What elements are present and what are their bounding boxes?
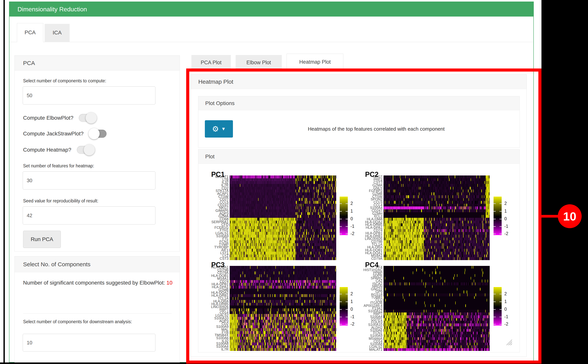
window-frame-line <box>3 0 5 364</box>
tab-heatmap-plot[interactable]: Heatmap Plot <box>287 54 343 70</box>
tab-pca-plot[interactable]: PCA Plot <box>191 55 231 70</box>
tab-pca[interactable]: PCA <box>17 23 43 42</box>
features-count-label: Set number of features for heatmap: <box>23 163 94 169</box>
seed-input[interactable] <box>23 206 155 225</box>
pca-box-title: PCA <box>15 56 180 71</box>
components-count-input[interactable] <box>23 86 155 104</box>
suggested-components-value: 10 <box>167 280 173 286</box>
select-components-title: Select No. of Components <box>15 256 180 272</box>
pca-box-header: PCA <box>15 56 180 71</box>
jackstrawplot-toggle-label: Compute JackStrawPlot? <box>23 131 84 137</box>
downstream-components-input[interactable] <box>23 334 155 351</box>
elbowplot-toggle-label: Compute ElbowPlot? <box>23 115 73 121</box>
annotation-rectangle <box>186 68 542 364</box>
toggle-knob <box>86 112 97 124</box>
tabs-divider <box>9 42 533 42</box>
run-pca-button[interactable]: Run PCA <box>23 231 61 248</box>
downstream-components-label: Select number of components for downstre… <box>23 318 150 325</box>
app-header: Dimensionality Reduction <box>9 2 533 17</box>
toggle-knob <box>84 144 95 156</box>
divider <box>23 313 172 314</box>
pca-options-box: PCA Select number of components to compu… <box>14 55 180 252</box>
select-components-header: Select No. of Components <box>15 256 180 272</box>
annotation-connector-line <box>540 215 560 218</box>
elbowplot-toggle[interactable] <box>79 114 96 122</box>
toggle-knob <box>89 128 100 139</box>
jackstrawplot-toggle[interactable] <box>89 130 107 138</box>
tab-elbow-plot[interactable]: Elbow Plot <box>236 55 282 70</box>
suggested-components-text: Number of significant components suggest… <box>23 279 175 287</box>
heatmap-toggle-label: Compute Heatmap? <box>23 147 71 153</box>
select-components-box: Select No. of Components Number of signi… <box>14 256 180 364</box>
tab-ica[interactable]: ICA <box>45 24 70 42</box>
heatmap-toggle[interactable] <box>77 146 94 154</box>
letterbox-right <box>542 0 588 364</box>
page-title: Dimensionality Reduction <box>9 2 533 17</box>
annotation-step-number: 10 <box>563 209 576 223</box>
features-count-input[interactable] <box>23 171 155 189</box>
annotation-step-badge: 10 <box>558 204 582 228</box>
seed-label: Seed value for reproducibility of result… <box>23 198 98 204</box>
components-count-label: Select number of components to compute: <box>23 78 106 84</box>
